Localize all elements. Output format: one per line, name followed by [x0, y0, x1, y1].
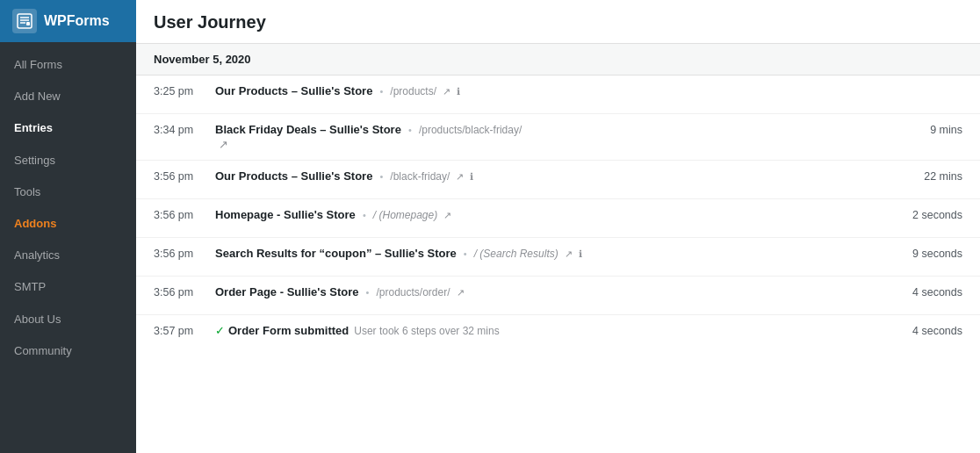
journey-separator: •: [360, 210, 369, 220]
sidebar-item-community[interactable]: Community: [0, 335, 136, 367]
journey-page-title: Black Friday Deals – Sullie's Store: [215, 123, 401, 136]
external-link-icon[interactable]: ↗: [219, 138, 228, 151]
journey-separator: •: [461, 248, 470, 259]
journey-detail: Black Friday Deals – Sullie's Store • /p…: [206, 123, 892, 151]
sidebar-item-smtp[interactable]: SMTP: [0, 271, 136, 303]
info-icon[interactable]: ℹ: [454, 86, 460, 97]
journey-time: 3:57 pm: [154, 324, 206, 337]
external-link-icon[interactable]: ↗: [454, 287, 465, 298]
journey-content: November 5, 2020 3:25 pmOur Products – S…: [136, 44, 980, 453]
journey-separator: •: [406, 125, 414, 135]
submitted-label: Order Form submitted: [228, 324, 349, 337]
journey-detail: Search Results for “coupon” – Sullie's S…: [206, 247, 892, 260]
journey-time: 3:25 pm: [154, 84, 206, 97]
journey-duration: 22 mins: [892, 169, 962, 183]
journey-page-title: Homepage - Sullie's Store: [215, 208, 356, 221]
journey-time: 3:56 pm: [154, 285, 206, 298]
journey-row: 3:57 pm✓Order Form submittedUser took 6 …: [136, 315, 980, 354]
journey-page-title: Our Products – Sullie's Store: [215, 169, 372, 183]
page-title: User Journey: [154, 12, 962, 32]
journey-detail: ✓Order Form submittedUser took 6 steps o…: [206, 324, 892, 337]
sidebar: WPForms All FormsAdd NewEntriesSettingsT…: [0, 0, 136, 453]
journey-detail: Homepage - Sullie's Store • / (Homepage)…: [206, 208, 892, 221]
journey-row: 3:34 pmBlack Friday Deals – Sullie's Sto…: [136, 114, 980, 161]
main-content-area: User Journey November 5, 2020 3:25 pmOur…: [136, 0, 980, 453]
svg-rect-4: [26, 22, 30, 25]
wpforms-logo-icon: [12, 9, 37, 33]
journey-duration: 4 seconds: [892, 285, 962, 298]
checkmark-icon: ✓: [215, 324, 225, 337]
journey-row: 3:25 pmOur Products – Sullie's Store • /…: [136, 76, 980, 114]
external-link-icon[interactable]: ↗: [441, 210, 451, 220]
sidebar-logo-text: WPForms: [44, 13, 110, 29]
journey-path: / (Search Results): [474, 248, 558, 260]
journey-duration: 9 seconds: [892, 247, 962, 260]
journey-row: 3:56 pmHomepage - Sullie's Store • / (Ho…: [136, 199, 980, 238]
journey-path: /products/order/: [376, 286, 450, 298]
journey-path: /products/black-friday/: [419, 124, 522, 136]
submitted-note: User took 6 steps over 32 mins: [354, 325, 499, 337]
journey-separator: •: [377, 86, 386, 97]
journey-detail: Our Products – Sullie's Store • /product…: [206, 84, 892, 97]
journey-row: 3:56 pmSearch Results for “coupon” – Sul…: [136, 238, 980, 277]
journey-row: 3:56 pmOur Products – Sullie's Store • /…: [136, 161, 980, 199]
journey-path: /black-friday/: [390, 170, 450, 183]
journey-row: 3:56 pmOrder Page - Sullie's Store • /pr…: [136, 277, 980, 315]
sidebar-item-about-us[interactable]: About Us: [0, 304, 136, 335]
journey-time: 3:34 pm: [154, 123, 206, 136]
journey-page-title: Order Page - Sullie's Store: [215, 285, 358, 298]
sidebar-item-all-forms[interactable]: All Forms: [0, 49, 136, 81]
sidebar-item-add-new[interactable]: Add New: [0, 81, 136, 112]
date-header: November 5, 2020: [136, 44, 980, 76]
sidebar-item-settings[interactable]: Settings: [0, 145, 136, 176]
external-link-icon[interactable]: ↗: [453, 171, 464, 182]
journey-duration: 9 mins: [892, 123, 962, 136]
external-link-icon[interactable]: ↗: [562, 248, 573, 259]
sidebar-nav: All FormsAdd NewEntriesSettingsToolsAddo…: [0, 42, 136, 453]
main-header: User Journey: [136, 0, 980, 44]
info-icon[interactable]: ℹ: [576, 248, 582, 259]
journey-duration: 4 seconds: [892, 324, 962, 337]
svg-rect-0: [18, 14, 32, 28]
journey-time: 3:56 pm: [154, 169, 206, 183]
sidebar-item-analytics[interactable]: Analytics: [0, 240, 136, 271]
journey-duration: 2 seconds: [892, 208, 962, 221]
info-icon[interactable]: ℹ: [467, 171, 473, 182]
sidebar-logo[interactable]: WPForms: [0, 0, 136, 42]
journey-page-title: Search Results for “coupon” – Sullie's S…: [215, 247, 457, 260]
journey-page-title: Our Products – Sullie's Store: [215, 84, 372, 97]
journey-path: / (Homepage): [373, 209, 437, 221]
journey-separator: •: [363, 287, 371, 298]
journey-rows: 3:25 pmOur Products – Sullie's Store • /…: [136, 76, 980, 354]
sidebar-item-tools[interactable]: Tools: [0, 176, 136, 208]
sidebar-item-addons[interactable]: Addons: [0, 208, 136, 240]
journey-separator: •: [377, 171, 386, 182]
journey-detail: Our Products – Sullie's Store • /black-f…: [206, 169, 892, 183]
journey-detail: Order Page - Sullie's Store • /products/…: [206, 285, 892, 298]
journey-path: /products/: [390, 85, 436, 97]
journey-line2: ↗: [215, 138, 892, 151]
journey-line1: Black Friday Deals – Sullie's Store • /p…: [215, 123, 892, 136]
external-link-icon[interactable]: ↗: [440, 86, 450, 97]
journey-duration: [892, 84, 962, 85]
sidebar-item-entries[interactable]: Entries: [0, 112, 136, 144]
journey-time: 3:56 pm: [154, 208, 206, 221]
journey-time: 3:56 pm: [154, 247, 206, 260]
